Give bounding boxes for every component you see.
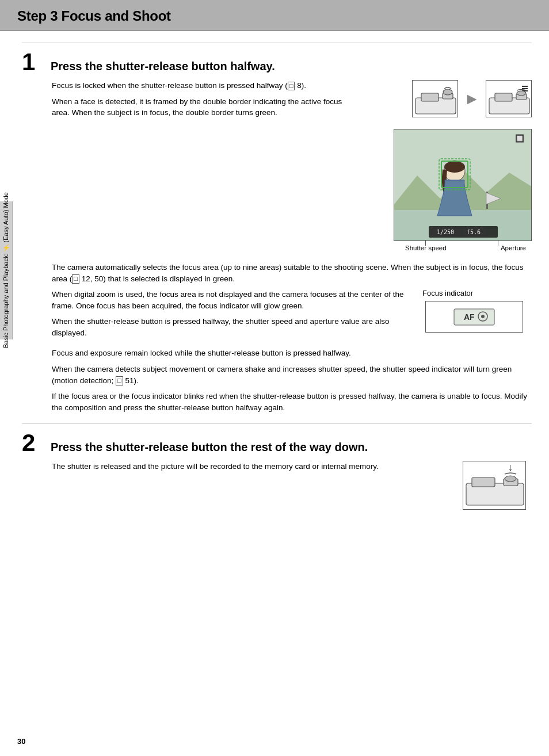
step1-para4: When digital zoom is used, the focus are… xyxy=(52,289,405,311)
svg-text:1/250: 1/250 xyxy=(437,229,454,235)
focus-indicator-box: AF xyxy=(425,301,523,333)
side-tab: Basic Photography and Playback: ⚡ (Easy … xyxy=(0,201,13,339)
viewfinder-icon: 🔲 1/250 f5.6 xyxy=(394,129,532,241)
svg-text:🔲: 🔲 xyxy=(515,133,525,143)
step1-para3-block: The camera automatically selects the foc… xyxy=(22,262,532,284)
svg-text:f5.6: f5.6 xyxy=(467,229,481,235)
viewfinder-labels: Shutter speed Aperture xyxy=(394,241,532,262)
svg-point-17 xyxy=(444,161,465,173)
side-tab-text: Basic Photography and Playback: ⚡ (Easy … xyxy=(2,192,10,348)
focus-indicator-area: Focus indicator AF xyxy=(417,289,532,333)
step1-para5: When the shutter-release button is press… xyxy=(52,316,405,338)
shutter-full-press-icon: ↓ xyxy=(463,461,526,510)
svg-rect-1 xyxy=(421,93,439,101)
main-content: 1 Press the shutter-release button halfw… xyxy=(0,31,549,532)
step1-title: Press the shutter-release button halfway… xyxy=(51,59,275,73)
step2-body: The shutter is released and the picture … xyxy=(22,461,532,510)
step2-number: 2 xyxy=(22,431,40,455)
page-header: Step 3 Focus and Shoot xyxy=(0,0,549,31)
step1-text-block: Focus is locked when the shutter-release… xyxy=(52,80,348,262)
step1-para1: Focus is locked when the shutter-release… xyxy=(52,80,348,91)
shutter-half-after-icon xyxy=(486,80,532,117)
svg-point-29 xyxy=(481,315,485,318)
shutter-speed-label: Shutter speed xyxy=(405,245,447,251)
step1-body: Focus is locked when the shutter-release… xyxy=(22,80,532,262)
book-ref-3: □ xyxy=(116,376,123,385)
svg-point-10 xyxy=(517,91,526,96)
focus-text: When digital zoom is used, the focus are… xyxy=(52,289,405,343)
svg-point-3 xyxy=(443,89,452,95)
svg-point-33 xyxy=(505,476,516,482)
step1-para2: When a face is detected, it is framed by… xyxy=(52,96,348,119)
af-indicator-icon: AF xyxy=(451,307,497,327)
book-ref-1: □ xyxy=(288,82,295,90)
book-ref-2: □ xyxy=(72,274,79,283)
step1-header: 1 Press the shutter-release button halfw… xyxy=(22,43,532,74)
step2-para1: The shutter is released and the picture … xyxy=(52,461,445,472)
page-number: 30 xyxy=(17,737,25,746)
focus-section: When digital zoom is used, the focus are… xyxy=(22,289,532,343)
svg-text:↓: ↓ xyxy=(508,461,513,473)
page-title: Step 3 Focus and Shoot xyxy=(17,8,532,24)
shutter-half-before-icon xyxy=(412,80,458,117)
step2-title: Press the shutter-release button the res… xyxy=(51,440,368,454)
viewfinder-container: 🔲 1/250 f5.6 Shutter speed xyxy=(394,129,532,262)
step1-para8: If the focus area or the focus indicator… xyxy=(52,391,532,413)
step2-section: 2 Press the shutter-release button the r… xyxy=(22,423,532,510)
step2-header: 2 Press the shutter-release button the r… xyxy=(22,423,532,455)
aperture-label: Aperture xyxy=(501,245,526,251)
step1-images: ► xyxy=(359,80,532,262)
step1-remaining-paras: Focus and exposure remain locked while t… xyxy=(22,348,532,413)
focus-indicator-label: Focus indicator xyxy=(422,289,473,297)
svg-text:AF: AF xyxy=(464,312,475,322)
svg-rect-31 xyxy=(472,478,495,487)
step1-para7: When the camera detects subject movement… xyxy=(52,364,532,386)
step1-para6: Focus and exposure remain locked while t… xyxy=(52,348,532,359)
arrow-right-icon: ► xyxy=(464,90,480,108)
step1-number: 1 xyxy=(22,50,40,74)
step2-text: The shutter is released and the picture … xyxy=(52,461,445,477)
svg-rect-8 xyxy=(495,93,512,101)
step1-para3: The camera automatically selects the foc… xyxy=(52,262,532,284)
step2-image: ↓ xyxy=(457,461,532,510)
shutter-images-row: ► xyxy=(412,80,532,117)
step1-section: 1 Press the shutter-release button halfw… xyxy=(22,43,532,413)
